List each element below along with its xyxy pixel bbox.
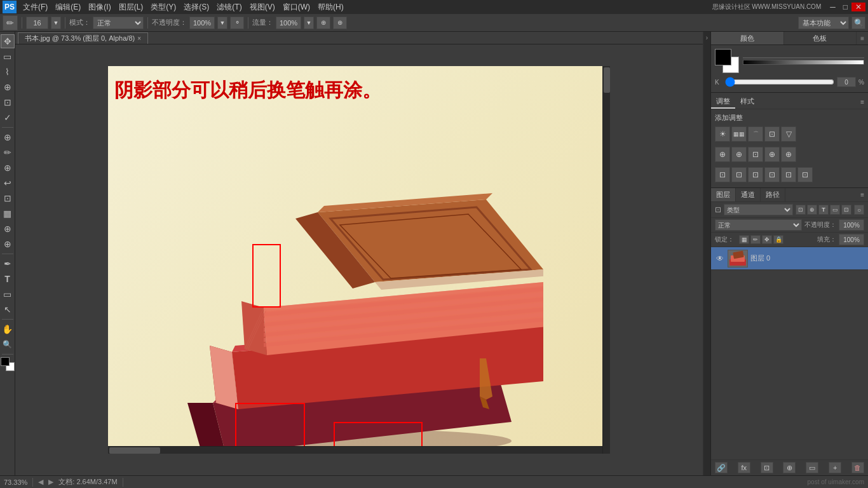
- add-style-btn[interactable]: fx: [738, 462, 750, 473]
- delete-layer-btn[interactable]: 🗑: [851, 462, 864, 473]
- layers-tab[interactable]: 图层: [711, 188, 736, 201]
- new-adj-layer-btn[interactable]: ⊕: [783, 462, 796, 473]
- threshold-adj-icon[interactable]: ⊡: [764, 167, 780, 182]
- panel-collapse-btn[interactable]: ›: [703, 32, 710, 475]
- lasso-tool[interactable]: ⌇: [1, 65, 15, 79]
- eraser-tool[interactable]: ⊡: [1, 191, 15, 205]
- colorlookup-adj-icon[interactable]: ⊡: [715, 167, 730, 182]
- lock-pixels-icon[interactable]: ✏: [750, 235, 761, 244]
- brightness-adj-icon[interactable]: ☀: [715, 126, 730, 142]
- text-filter-icon[interactable]: T: [818, 205, 829, 215]
- filter-toggle-icon[interactable]: ○: [854, 205, 864, 215]
- dodge-tool[interactable]: ⊕: [1, 237, 15, 251]
- menu-edit[interactable]: 编辑(E): [51, 1, 85, 14]
- hand-tool[interactable]: ✋: [1, 322, 15, 336]
- swatches-tab[interactable]: 色板: [784, 32, 857, 44]
- color-tab[interactable]: 颜色: [711, 32, 784, 44]
- menu-image[interactable]: 图像(I): [85, 1, 114, 14]
- gradmap-adj-icon[interactable]: ⊡: [781, 167, 796, 182]
- fg-color-swatch[interactable]: [1, 357, 10, 366]
- tab-close-btn[interactable]: ×: [137, 35, 141, 42]
- posterize-adj-icon[interactable]: ⊡: [748, 167, 763, 182]
- airbrush-btn[interactable]: ⚬: [230, 17, 244, 29]
- lock-position-icon[interactable]: ✥: [762, 235, 772, 244]
- document-tab[interactable]: 书本.jpg @ 73.3% (图层 0, Alpha/8) ×: [18, 32, 148, 44]
- crop-tool[interactable]: ⊡: [1, 95, 15, 109]
- invert-adj-icon[interactable]: ⊡: [731, 167, 747, 182]
- opacity-dropdown[interactable]: ▼: [217, 17, 227, 29]
- fg-bg-swatches[interactable]: [715, 49, 739, 73]
- color-swatches[interactable]: [1, 357, 15, 371]
- k-slider[interactable]: [725, 79, 834, 85]
- history-tool[interactable]: ↩: [1, 176, 15, 190]
- adj-panel-options[interactable]: ≡: [857, 95, 868, 109]
- menu-filter[interactable]: 滤镜(T): [213, 1, 245, 14]
- eyedropper-tool[interactable]: ✓: [1, 111, 15, 125]
- channels-tab[interactable]: 通道: [736, 188, 761, 201]
- workspace-select[interactable]: 基本功能: [798, 17, 849, 29]
- flow-input[interactable]: [276, 17, 301, 29]
- shape-tool[interactable]: ▭: [1, 287, 15, 301]
- scrollbar-thumb-v[interactable]: [604, 67, 610, 93]
- color-spectrum-bar[interactable]: [743, 57, 864, 58]
- vertical-scrollbar[interactable]: [602, 66, 610, 454]
- menu-layer[interactable]: 图层(L): [115, 1, 147, 14]
- opacity-input[interactable]: [189, 17, 215, 29]
- opacity-value-layers[interactable]: [839, 219, 864, 231]
- maximize-btn[interactable]: □: [839, 3, 851, 11]
- flow-dropdown[interactable]: ▼: [304, 17, 314, 29]
- shape-filter-icon[interactable]: ▭: [830, 205, 840, 215]
- layers-panel-options[interactable]: ≡: [857, 188, 868, 201]
- k-value-input[interactable]: [837, 77, 856, 87]
- menu-view[interactable]: 视图(V): [246, 1, 279, 14]
- close-btn[interactable]: ✕: [851, 3, 865, 11]
- marquee-tool[interactable]: ▭: [1, 50, 15, 64]
- layer-visibility-icon[interactable]: 👁: [715, 254, 725, 264]
- new-layer-btn[interactable]: +: [829, 462, 841, 473]
- hue-adj-icon[interactable]: ⊕: [715, 147, 730, 162]
- colorbalance-adj-icon[interactable]: ⊕: [731, 147, 747, 162]
- selectcolor-adj-icon[interactable]: ⊡: [797, 167, 813, 182]
- adjustment-filter-icon[interactable]: ⊕: [807, 205, 817, 215]
- status-nav-right[interactable]: ▶: [48, 478, 53, 486]
- lock-all-icon[interactable]: 🔒: [773, 235, 783, 244]
- menu-select[interactable]: 选择(S): [180, 1, 213, 14]
- scrollbar-thumb-h[interactable]: [109, 447, 160, 454]
- exposure-adj-icon[interactable]: ⊡: [764, 126, 780, 142]
- smartobj-filter-icon[interactable]: ⊡: [841, 205, 851, 215]
- blur-tool[interactable]: ⊕: [1, 222, 15, 236]
- blend-mode-select[interactable]: 正常: [715, 219, 802, 231]
- bw-adj-icon[interactable]: ⊡: [748, 147, 763, 162]
- photofilter-adj-icon[interactable]: ⊕: [764, 147, 780, 162]
- menu-window[interactable]: 窗口(W): [279, 1, 314, 14]
- style-tab[interactable]: 样式: [735, 95, 759, 109]
- quick-select-tool[interactable]: ⊕: [1, 80, 15, 94]
- panel-options-btn[interactable]: ≡: [857, 32, 868, 44]
- layer-type-filter[interactable]: 类型: [724, 204, 793, 215]
- tablet-pressure-btn[interactable]: ⊕: [316, 17, 330, 29]
- horizontal-scrollbar[interactable]: [108, 446, 602, 454]
- vibrance-adj-icon[interactable]: ▽: [781, 126, 796, 142]
- menu-help[interactable]: 帮助(H): [314, 1, 348, 14]
- move-tool[interactable]: ✥: [1, 34, 15, 48]
- menu-type[interactable]: 类型(Y): [147, 1, 180, 14]
- menu-file[interactable]: 文件(F): [19, 1, 51, 14]
- brush-size-input[interactable]: [26, 17, 48, 29]
- brush-size-dropdown[interactable]: ▼: [51, 17, 61, 29]
- canvas-wrapper[interactable]: 阴影部分可以稍后换笔触再涂。: [15, 44, 703, 475]
- pixel-filter-icon[interactable]: ⊡: [796, 205, 806, 215]
- adj-tab[interactable]: 调整: [711, 95, 735, 109]
- text-tool[interactable]: T: [1, 272, 15, 286]
- new-group-btn[interactable]: ▭: [806, 462, 818, 473]
- zoom-tool[interactable]: 🔍: [1, 337, 15, 351]
- minimize-btn[interactable]: ─: [826, 3, 839, 11]
- gradient-tool[interactable]: ▦: [1, 207, 15, 220]
- fg-color-box[interactable]: [715, 49, 731, 65]
- levels-adj-icon[interactable]: ▦▦: [731, 126, 747, 142]
- brush-tool-icon[interactable]: ✏: [3, 15, 18, 30]
- curves-adj-icon[interactable]: ⌒: [748, 126, 763, 142]
- color-ramp-bar[interactable]: [743, 60, 864, 65]
- status-nav-left[interactable]: ◀: [38, 478, 43, 486]
- channelmixer-adj-icon[interactable]: ⊕: [781, 147, 796, 162]
- mode-select[interactable]: 正常: [93, 17, 144, 29]
